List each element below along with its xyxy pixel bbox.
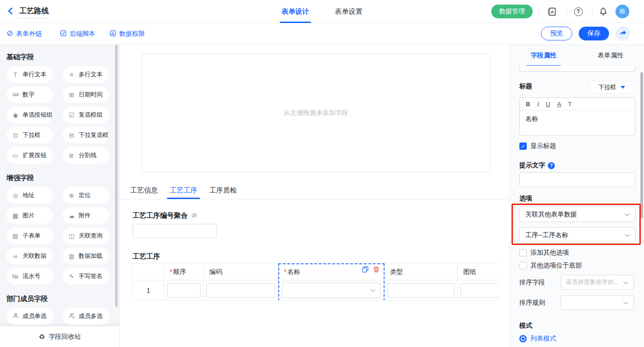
- column-label: 顺序: [173, 268, 186, 275]
- code-input[interactable]: [207, 283, 275, 298]
- field-pill-linked-data[interactable]: ∞关联数据: [6, 248, 53, 264]
- add-other-option-checkbox[interactable]: 添加其他选项: [519, 249, 569, 257]
- field-pill-label: 扩展按钮: [23, 151, 46, 159]
- sidebar-scrollbar[interactable]: [115, 45, 118, 307]
- form-toolbar: 表单外链 后端脚本 数据权限 预览 保存: [0, 23, 644, 45]
- field-pill-serial-number[interactable]: №流水号: [6, 268, 53, 284]
- data-permission-button[interactable]: 数据权限: [109, 29, 145, 39]
- field-pill-signature[interactable]: ✎手写签名: [63, 268, 109, 284]
- save-button[interactable]: 保存: [579, 27, 609, 40]
- crosshair-icon: ⊕: [68, 192, 75, 199]
- underline-icon[interactable]: U: [546, 101, 550, 108]
- field-recycle-bin[interactable]: ♻ 字段回收站: [0, 326, 120, 347]
- field-pill-image[interactable]: ▦图片: [6, 207, 53, 224]
- avatar[interactable]: 检: [615, 5, 629, 18]
- mode-label: 模式: [519, 322, 532, 330]
- panel-scrollbar[interactable]: [640, 72, 643, 218]
- hint-text-label: 提示文字 ?: [519, 161, 555, 170]
- share-button[interactable]: [615, 26, 630, 41]
- tab-step-qc[interactable]: 工序质检: [209, 186, 237, 199]
- tab-form-settings[interactable]: 表单设置: [335, 0, 362, 23]
- header-tabs: 表单设计 表单设置: [282, 0, 362, 23]
- field-pill-member-multi[interactable]: 成员多选: [63, 308, 109, 324]
- drop-zone[interactable]: 从左侧拖拽来添加字段: [142, 54, 490, 172]
- option-field-select[interactable]: 工序--工序名称: [519, 227, 635, 243]
- notification-bell-icon[interactable]: [598, 6, 608, 17]
- column-header-type[interactable]: 类型: [385, 263, 458, 280]
- field-pill-label: 单选按钮组: [23, 111, 52, 119]
- type-input[interactable]: [387, 283, 454, 298]
- bold-icon[interactable]: B: [526, 101, 530, 108]
- tab-process-info[interactable]: 工艺信息: [130, 186, 158, 199]
- field-pill-address[interactable]: ◎地址: [6, 187, 53, 204]
- column-header-code[interactable]: 编码: [204, 263, 278, 280]
- hint-text-input[interactable]: [519, 172, 635, 187]
- field-pill-location[interactable]: ⊕定位: [63, 187, 109, 204]
- drawing-input[interactable]: [460, 283, 499, 298]
- delete-icon[interactable]: [373, 266, 380, 273]
- aggregate-field-input[interactable]: [132, 224, 217, 238]
- data-manage-button[interactable]: 数据管理: [491, 5, 533, 18]
- field-pill-multi-line-text[interactable]: ≡多行文本: [63, 66, 109, 83]
- other-option-bottom-checkbox[interactable]: 其他选项位于底部: [519, 262, 582, 270]
- tab-form-design[interactable]: 表单设计: [282, 0, 309, 23]
- widget-type-select[interactable]: 下拉框: [589, 81, 634, 94]
- field-pill-linked-query[interactable]: ◫关联查询: [63, 228, 109, 244]
- options-label: 选项: [519, 194, 532, 203]
- field-pill-multi-select[interactable]: ⊟下拉复选框: [63, 127, 109, 143]
- chevron-down-icon: [625, 234, 630, 237]
- external-link-button[interactable]: 表单外链: [6, 29, 42, 39]
- field-pill-label: 分割线: [79, 151, 97, 159]
- field-pill-datetime[interactable]: ⊞日期时间: [63, 86, 109, 103]
- option-source-select[interactable]: 关联其他表单数据: [519, 206, 635, 222]
- font-color-icon[interactable]: A: [557, 101, 561, 108]
- sort-rule-select[interactable]: [561, 295, 634, 310]
- italic-icon[interactable]: I: [537, 101, 539, 108]
- order-input[interactable]: [167, 283, 201, 298]
- section-enhanced-fields: 增强字段: [6, 174, 119, 182]
- translate-book-icon[interactable]: A: [546, 6, 557, 17]
- help-icon[interactable]: ?: [573, 6, 583, 17]
- column-header-drawing[interactable]: 图纸: [458, 263, 499, 280]
- tab-process-steps[interactable]: 工艺工序: [170, 186, 197, 199]
- field-pill-number[interactable]: 123数字: [6, 86, 53, 103]
- form-canvas: 从左侧拖拽来添加字段 工艺信息 工艺工序 工序质检 工艺工序编号聚合 工艺工序 …: [120, 45, 510, 347]
- number-123-icon: 123: [12, 92, 19, 97]
- checkbox-unchecked-icon: [519, 249, 527, 256]
- page-title[interactable]: 工艺路线: [19, 6, 49, 19]
- back-button[interactable]: [6, 7, 16, 16]
- name-select[interactable]: [282, 283, 380, 298]
- field-pill-checkbox-group[interactable]: ☑复选框组: [63, 107, 109, 123]
- field-pill-attachment[interactable]: ☁附件: [63, 207, 109, 224]
- image-icon: ▦: [12, 212, 19, 219]
- sort-field-select[interactable]: 请选择需要排序的...: [561, 275, 634, 290]
- field-pill-subform[interactable]: ▤子表单: [6, 228, 53, 244]
- single-line-text-icon: T: [12, 71, 19, 78]
- field-palette-sidebar: 基础字段 T单行文本 ≡多行文本 123数字 ⊞日期时间 ◉单选按钮组 ☑复选框…: [0, 45, 120, 347]
- font-size-icon[interactable]: T: [568, 101, 572, 108]
- column-header-order[interactable]: *顺序: [164, 263, 204, 280]
- required-asterisk: *: [170, 268, 172, 275]
- show-title-checkbox[interactable]: ✓ 显示标题: [519, 142, 556, 150]
- preview-button[interactable]: 预览: [541, 27, 572, 40]
- title-editor-value[interactable]: 名称: [520, 111, 635, 127]
- tab-field-properties[interactable]: 字段属性: [510, 45, 577, 67]
- cell-type: [385, 280, 458, 301]
- column-actions: [362, 266, 380, 273]
- list-mode-radio[interactable]: 列表模式: [519, 335, 556, 343]
- field-pill-data-load[interactable]: ▥数据加载: [63, 248, 109, 264]
- field-pill-label: 数据加载: [79, 252, 103, 260]
- field-pill-single-line-text[interactable]: T单行文本: [6, 66, 53, 83]
- help-circle-icon[interactable]: ?: [548, 162, 555, 169]
- aggregate-field[interactable]: 工艺工序编号聚合: [132, 211, 198, 220]
- field-pill-divider[interactable]: ≣分割线: [63, 147, 109, 164]
- field-pill-extend-button[interactable]: ▭扩展按钮: [6, 147, 53, 164]
- backend-script-button[interactable]: 后端脚本: [60, 29, 95, 39]
- field-pill-member-single[interactable]: 成员单选: [6, 308, 53, 324]
- column-label: 图纸: [463, 268, 476, 275]
- field-pill-select[interactable]: ⊡下拉框: [6, 127, 53, 143]
- field-pill-radio-group[interactable]: ◉单选按钮组: [6, 107, 53, 123]
- tab-form-properties[interactable]: 表单属性: [577, 45, 644, 67]
- canvas-tabs-divider: [120, 199, 510, 199]
- copy-icon[interactable]: [362, 266, 369, 273]
